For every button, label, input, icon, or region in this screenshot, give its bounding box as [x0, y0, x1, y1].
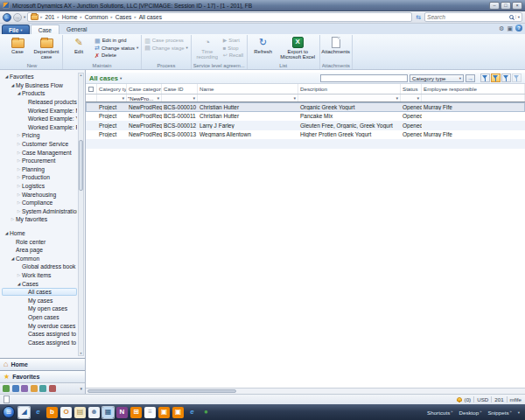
sidebar-item-my-open-cases[interactable]: My open cases: [2, 304, 77, 313]
contacts-taskbar-button[interactable]: ☻: [88, 406, 101, 419]
alerts-bell-icon[interactable]: [457, 397, 462, 402]
dynamics-ax-window-taskbar-button[interactable]: ▦: [102, 406, 115, 419]
sidebar-item-system-administration[interactable]: ▷System Administration: [2, 207, 77, 216]
case-row[interactable]: ProjectNewProdReqBCS-000011Christian Hut…: [86, 112, 525, 122]
sidebar-item-worked-example-milk[interactable]: Worked Example: Milk: [2, 106, 77, 115]
remove-filter-button[interactable]: [512, 74, 522, 82]
bing-taskbar-button[interactable]: b: [46, 406, 59, 419]
more-buttons-icon[interactable]: ▾: [80, 386, 82, 391]
search-input[interactable]: [427, 14, 508, 20]
scroll-down-icon[interactable]: ▼: [80, 352, 82, 355]
case-button[interactable]: Case: [4, 35, 32, 54]
horizontal-scrollbar[interactable]: [86, 388, 525, 394]
breadcrumb-item-common[interactable]: Common: [84, 14, 109, 20]
sidebar-item-logistics[interactable]: ▷Logistics: [2, 182, 77, 191]
sidebar-item-my-overdue-cases[interactable]: My overdue cases: [2, 321, 77, 330]
module-icon-5[interactable]: [39, 385, 46, 392]
column-header-status[interactable]: Status: [401, 84, 422, 94]
sidebar-item-my-cases[interactable]: My cases: [2, 296, 77, 304]
expand-icon[interactable]: ▷: [16, 142, 22, 146]
org-chart-2-taskbar-button[interactable]: ▣: [172, 406, 185, 419]
ribbon-tab-general[interactable]: General: [60, 24, 94, 34]
edit-button[interactable]: ✎Edit: [65, 35, 93, 54]
combo-dropdown-icon[interactable]: ▼: [416, 96, 420, 101]
case-row[interactable]: ProjectNewProdReqBCS-000012Larry J Farle…: [86, 121, 525, 130]
collapse-icon[interactable]: ◢: [10, 83, 16, 88]
sidebar-item-open-cases[interactable]: Open cases: [2, 313, 77, 322]
currency-indicator[interactable]: USD: [477, 396, 488, 402]
expand-icon[interactable]: ▷: [16, 150, 22, 155]
sidebar-item-my-business-flow[interactable]: ◢My Business Flow: [2, 81, 77, 90]
window-icon[interactable]: ▣: [507, 25, 513, 32]
sidebar-item-common[interactable]: ◢Common: [2, 254, 77, 262]
sidebar-item-pricing[interactable]: ▷Pricing: [2, 131, 77, 140]
edit-in-grid-button[interactable]: ▦Edit in grid: [94, 37, 139, 45]
filter-cell-employee-responsible[interactable]: [422, 94, 525, 102]
combo-dropdown-icon[interactable]: ▼: [396, 96, 399, 101]
expand-icon[interactable]: ▷: [16, 167, 22, 172]
filter-by-grid-button[interactable]: [491, 74, 500, 82]
refresh-button[interactable]: ↻Refresh: [249, 35, 277, 54]
scroll-up-icon[interactable]: ▲: [80, 74, 82, 77]
quick-filter-input[interactable]: [320, 74, 408, 82]
module-icon-1[interactable]: [3, 385, 10, 392]
expand-icon[interactable]: ▷: [10, 217, 16, 221]
collapse-icon[interactable]: ◢: [10, 256, 16, 261]
sidebar-scrollbar[interactable]: ▲ ▼: [78, 73, 84, 356]
refresh-view-icon[interactable]: ⇆: [414, 14, 423, 21]
sidebar-item-global-address-book[interactable]: Global address book: [2, 262, 77, 271]
case-row[interactable]: ProjectNewProdReqBCS-000010Christian Hut…: [86, 102, 525, 112]
search-icon[interactable]: [509, 15, 514, 19]
sidebar-item-cases-assigned-to-my-qu[interactable]: Cases assigned to my qu: [2, 338, 77, 346]
toolbar-expand-icon[interactable]: »: [480, 410, 481, 414]
module-icon-2[interactable]: [12, 385, 19, 392]
ribbon-tab-case[interactable]: Case: [31, 24, 60, 34]
onenote-taskbar-button[interactable]: N: [116, 406, 129, 419]
collapse-icon[interactable]: ◢: [4, 74, 10, 79]
minimize-button[interactable]: –: [489, 2, 500, 10]
alerts-count[interactable]: (0): [465, 396, 472, 402]
sidebar-item-cases[interactable]: ◢Cases: [2, 279, 77, 288]
search-dropdown-icon[interactable]: ▾: [515, 15, 520, 19]
filter-scope-select[interactable]: Category type ▾: [410, 74, 464, 82]
file-menu-button[interactable]: File ▾: [2, 24, 30, 34]
sidebar-item-home[interactable]: ◢Home: [2, 229, 77, 238]
sidebar-item-planning[interactable]: ▷Planning: [2, 165, 77, 174]
module-icon-3[interactable]: [21, 385, 28, 392]
filter-cell-name[interactable]: ▼: [198, 94, 298, 102]
collapse-icon[interactable]: ◢: [4, 231, 10, 235]
filter-cell-category-type[interactable]: ▼: [97, 94, 127, 102]
expand-icon[interactable]: ▷: [16, 175, 22, 179]
column-header-case-category[interactable]: Case category: [127, 84, 162, 94]
expand-icon[interactable]: ▷: [16, 209, 22, 214]
sidebar-item-area-page[interactable]: Area page: [2, 246, 77, 255]
sidebar-item-case-management[interactable]: ▷Case Management: [2, 148, 77, 157]
select-all-checkbox[interactable]: [88, 87, 94, 92]
module-icon-4[interactable]: [31, 385, 38, 392]
filter-cell-status[interactable]: ▼: [401, 94, 422, 102]
delete-button[interactable]: ✗Delete: [94, 52, 139, 60]
filter-cell-case-id[interactable]: ▼: [162, 94, 198, 102]
case-row[interactable]: ProjectNewProdReqBCS-000013Wegmans Allen…: [86, 130, 525, 140]
close-button[interactable]: ×: [512, 2, 522, 10]
filter-cell-description[interactable]: ▼: [298, 94, 401, 102]
sidebar-item-warehousing[interactable]: ▷Warehousing: [2, 190, 77, 199]
forward-button[interactable]: →: [13, 13, 22, 22]
expand-icon[interactable]: ▷: [16, 273, 22, 277]
module-icon-6[interactable]: [49, 385, 56, 392]
view-settings-icon[interactable]: ⚙: [499, 25, 504, 32]
nav-band-home[interactable]: ⌂ Home: [0, 358, 85, 370]
outlook-taskbar-button[interactable]: O: [60, 406, 73, 419]
expand-icon[interactable]: ▷: [16, 184, 22, 188]
expand-icon[interactable]: ▷: [16, 192, 22, 197]
org-chart-taskbar-button[interactable]: ▣: [158, 406, 171, 419]
scrollbar-thumb[interactable]: [88, 389, 236, 393]
column-header-category-type[interactable]: Category type: [97, 84, 127, 94]
export-to-microsoft-excel-button[interactable]: XExport to Microsoft Excel: [278, 35, 318, 60]
help-icon[interactable]: ?: [515, 24, 522, 32]
page-title[interactable]: All cases: [89, 74, 118, 82]
sidebar-item-customer-service[interactable]: ▷Customer Service: [2, 140, 77, 149]
page-title-dropdown-icon[interactable]: ▾: [120, 76, 122, 80]
toolbar-expand-icon[interactable]: »: [451, 410, 452, 414]
start-button[interactable]: ⊞: [3, 406, 15, 418]
